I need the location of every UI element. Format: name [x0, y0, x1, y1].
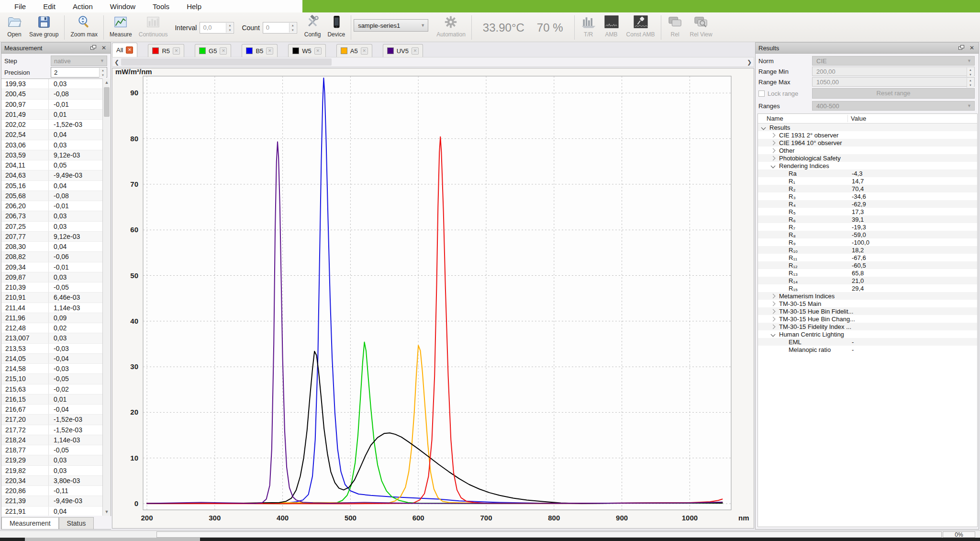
measurement-row[interactable]: 215,63-0,02 — [1, 384, 103, 394]
chevron-right-icon[interactable] — [771, 301, 776, 306]
measurement-row[interactable]: 212,480,02 — [1, 323, 103, 333]
tree-row[interactable]: Melanopic ratio- — [758, 346, 977, 353]
measure-button[interactable]: Measure — [106, 13, 135, 42]
measurement-row[interactable]: 210,916,46e-03 — [1, 293, 103, 303]
chevron-right-icon[interactable] — [771, 324, 776, 329]
tree-row[interactable]: TM-30-15 Main — [758, 300, 977, 307]
tab-measurement[interactable]: Measurement — [1, 517, 59, 529]
measurement-row[interactable]: 205,160,04 — [1, 181, 103, 191]
tree-row[interactable]: R₁₃65,8 — [758, 269, 977, 277]
menu-action[interactable]: Action — [65, 1, 100, 12]
chart-horizontal-scrollbar[interactable]: ❮ ❯ — [112, 57, 754, 67]
measurement-row[interactable]: 211,441,14e-03 — [1, 303, 103, 313]
measurement-row[interactable]: 208,82-0,06 — [1, 252, 103, 262]
measurement-row[interactable]: 205,68-0,08 — [1, 191, 103, 201]
series-tab-a5[interactable]: A5✕ — [336, 44, 372, 57]
chevron-down-icon[interactable] — [771, 163, 776, 168]
measurement-row[interactable]: 206,20-0,01 — [1, 201, 103, 211]
measurement-row[interactable]: 207,250,03 — [1, 222, 103, 232]
measurement-row[interactable]: 209,870,03 — [1, 272, 103, 282]
close-panel-icon[interactable]: ✕ — [968, 45, 976, 51]
tree-row[interactable]: R₈-59,0 — [758, 231, 977, 238]
tree-row[interactable]: R₉-100,0 — [758, 238, 977, 246]
measurement-row[interactable]: 207,779,12e-03 — [1, 232, 103, 242]
tree-row[interactable]: R₂70,4 — [758, 185, 977, 192]
measurement-row[interactable]: 204,63-9,49e-03 — [1, 170, 103, 180]
measurement-row[interactable]: 200,97-0,01 — [1, 100, 103, 110]
series-tab-r5[interactable]: R5✕ — [148, 44, 184, 57]
series-tab-uv5[interactable]: UV5✕ — [383, 44, 423, 57]
save-group-button[interactable]: Save group — [26, 13, 62, 42]
tree-row[interactable]: TM-30-15 Hue Bin Fidelit... — [758, 307, 977, 315]
tree-row[interactable]: EML- — [758, 338, 977, 346]
open-button[interactable]: Open — [3, 13, 26, 42]
series-tab-w5[interactable]: W5✕ — [288, 44, 326, 57]
measurement-row[interactable]: 203,599,12e-03 — [1, 150, 103, 160]
scroll-down-icon[interactable]: ▼ — [103, 508, 111, 516]
measurement-row[interactable]: 217,72-1,52e-03 — [1, 425, 103, 435]
tree-row[interactable]: Ra-4,3 — [758, 169, 977, 177]
precision-spinner[interactable]: ▲▼ — [99, 68, 106, 78]
measurement-row[interactable]: 199,930,03 — [1, 79, 103, 89]
close-panel-icon[interactable]: ✕ — [100, 45, 108, 51]
tree-row[interactable]: CIE 1964 10° observer — [758, 139, 977, 147]
measurement-table-scrollbar[interactable]: ▲ ▼ — [102, 79, 111, 516]
measurement-row[interactable]: 206,730,03 — [1, 211, 103, 221]
precision-spinbox[interactable]: 2 ▲▼ — [51, 67, 107, 78]
chevron-right-icon[interactable] — [771, 140, 776, 145]
measurement-row[interactable]: 213,0070,03 — [1, 333, 103, 343]
tree-row[interactable]: Other — [758, 147, 977, 154]
tree-row[interactable]: TM-30-15 Hue Bin Chang... — [758, 315, 977, 323]
measurement-table[interactable]: 199,930,03200,45-0,08200,97-0,01201,490,… — [1, 79, 103, 516]
tree-row[interactable]: CIE 1931 2° observer — [758, 131, 977, 139]
chevron-right-icon[interactable] — [771, 148, 776, 153]
tree-row[interactable]: R₁₄21,0 — [758, 277, 977, 284]
series-tab-g5[interactable]: G5✕ — [195, 44, 231, 57]
series-tab-all[interactable]: All✕ — [112, 43, 137, 57]
measurement-row[interactable]: 220,343,80e-03 — [1, 476, 103, 486]
chevron-right-icon[interactable] — [771, 156, 776, 160]
series-selector-combo[interactable]: sample-series1 ▼ — [354, 19, 428, 32]
tree-row[interactable]: R₆39,1 — [758, 215, 977, 223]
tree-row[interactable]: Rendering Indices — [758, 162, 977, 169]
measurement-row[interactable]: 215,10-0,05 — [1, 374, 103, 384]
measurement-row[interactable]: 203,060,03 — [1, 140, 103, 150]
tree-row[interactable]: TM-30-15 Fidelity Index ... — [758, 323, 977, 330]
measurement-row[interactable]: 202,540,04 — [1, 130, 103, 140]
scrollbar-thumb[interactable] — [121, 58, 332, 66]
measurement-row[interactable]: 200,45-0,08 — [1, 89, 103, 99]
scrollbar-thumb[interactable] — [104, 87, 110, 117]
spectrum-plot[interactable]: 0102030405060708090200300400500600700800… — [112, 68, 754, 528]
close-tab-icon[interactable]: ✕ — [126, 46, 133, 54]
tree-row[interactable]: R₇-19,3 — [758, 223, 977, 231]
measurement-row[interactable]: 221,910,04 — [1, 507, 103, 516]
measurement-row[interactable]: 216,67-0,04 — [1, 405, 103, 415]
scroll-left-icon[interactable]: ❮ — [112, 59, 121, 66]
tree-row[interactable]: R₁₀18,2 — [758, 246, 977, 254]
tree-row[interactable]: R₁₂-60,5 — [758, 261, 977, 269]
series-tab-b5[interactable]: B5✕ — [242, 44, 278, 57]
measurement-row[interactable]: 213,53-0,03 — [1, 344, 103, 354]
chevron-down-icon[interactable] — [771, 332, 776, 337]
zoom-max-button[interactable]: Zoom max — [67, 13, 101, 42]
measurement-row[interactable]: 217,20-1,52e-03 — [1, 415, 103, 425]
measurement-row[interactable]: 209,34-0,01 — [1, 262, 103, 272]
chevron-right-icon[interactable] — [771, 309, 776, 314]
scroll-right-icon[interactable]: ❯ — [745, 59, 754, 66]
device-button[interactable]: Device — [324, 13, 348, 42]
measurement-row[interactable]: 201,490,01 — [1, 110, 103, 120]
measurement-row[interactable]: 211,960,09 — [1, 313, 103, 323]
chevron-right-icon[interactable] — [771, 133, 776, 137]
menu-help[interactable]: Help — [179, 1, 209, 12]
chevron-down-icon[interactable] — [761, 125, 766, 130]
float-panel-icon[interactable] — [958, 45, 965, 51]
measurement-row[interactable]: 210,39-0,05 — [1, 282, 103, 293]
measurement-row[interactable]: 216,150,01 — [1, 394, 103, 405]
spectrum-chart[interactable]: 0102030405060708090200300400500600700800… — [112, 68, 754, 529]
tree-row[interactable]: R₅17,3 — [758, 208, 977, 215]
measurement-row[interactable]: 208,300,04 — [1, 242, 103, 252]
tree-row[interactable]: Results — [758, 124, 977, 131]
measurement-row[interactable]: 219,290,03 — [1, 455, 103, 465]
scroll-up-icon[interactable]: ▲ — [103, 79, 111, 86]
measurement-row[interactable]: 218,77-0,05 — [1, 445, 103, 455]
